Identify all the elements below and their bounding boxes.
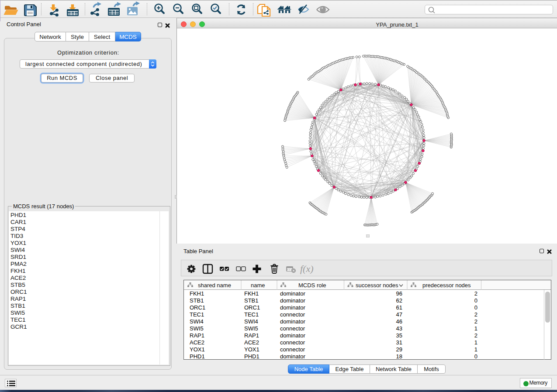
svg-text:46: 46 (396, 318, 402, 325)
svg-text:YOX1: YOX1 (244, 346, 259, 353)
svg-text:MCDS role: MCDS role (298, 282, 326, 289)
svg-text:2: 2 (474, 332, 477, 339)
svg-text:TEC1: TEC1 (244, 311, 259, 318)
svg-text:name: name (251, 282, 265, 289)
svg-text:1: 1 (474, 339, 477, 346)
svg-text:dominator: dominator (280, 290, 305, 297)
svg-text:dominator: dominator (280, 318, 305, 325)
svg-text:35: 35 (396, 332, 402, 339)
svg-text:47: 47 (396, 311, 402, 318)
svg-text:1: 1 (474, 325, 477, 332)
svg-text:YOX1: YOX1 (190, 346, 205, 353)
svg-text:FKH1: FKH1 (190, 290, 204, 297)
svg-text:0: 0 (474, 297, 477, 304)
svg-text:0: 0 (474, 353, 477, 360)
svg-text:shared name: shared name (198, 282, 231, 289)
svg-text:f(x): f(x) (300, 263, 314, 274)
svg-text:RAP1: RAP1 (190, 332, 204, 339)
svg-text:predecessor nodes: predecessor nodes (422, 282, 471, 289)
svg-text:SWI5: SWI5 (190, 325, 204, 332)
svg-text:2: 2 (474, 290, 477, 297)
svg-text:connector: connector (280, 346, 305, 353)
svg-text:62: 62 (396, 297, 402, 304)
svg-text:STB1: STB1 (244, 297, 259, 304)
svg-text:SWI4: SWI4 (244, 318, 258, 325)
svg-text:29: 29 (396, 346, 402, 353)
svg-text:connector: connector (280, 325, 305, 332)
svg-text:2: 2 (474, 318, 477, 325)
svg-text:1: 1 (474, 346, 477, 353)
svg-text:ORC1: ORC1 (190, 304, 205, 311)
svg-text:2: 2 (474, 311, 477, 318)
svg-text:connector: connector (280, 339, 305, 346)
svg-text:TEC1: TEC1 (190, 311, 204, 318)
svg-text:dominator: dominator (280, 353, 305, 360)
svg-text:61: 61 (396, 304, 402, 311)
svg-text:PHD1: PHD1 (244, 353, 259, 360)
svg-text:18: 18 (396, 353, 402, 360)
svg-text:ORC1: ORC1 (244, 304, 260, 311)
svg-text:RAP1: RAP1 (244, 332, 259, 339)
svg-text:31: 31 (396, 339, 402, 346)
svg-text:STB1: STB1 (190, 297, 204, 304)
svg-text:dominator: dominator (280, 304, 305, 311)
svg-text:dominator: dominator (280, 297, 305, 304)
svg-text:ACE2: ACE2 (190, 339, 204, 346)
svg-text:SWI4: SWI4 (190, 318, 204, 325)
svg-text:successor nodes: successor nodes (356, 282, 398, 289)
svg-text:43: 43 (396, 325, 402, 332)
svg-text:dominator: dominator (280, 332, 305, 339)
svg-text:connector: connector (280, 311, 305, 318)
svg-text:0: 0 (474, 304, 477, 311)
svg-text:96: 96 (396, 290, 402, 297)
svg-text:ACE2: ACE2 (244, 339, 259, 346)
svg-text:SWI5: SWI5 (244, 325, 258, 332)
svg-text:PHD1: PHD1 (190, 353, 205, 360)
svg-text:FKH1: FKH1 (244, 290, 259, 297)
